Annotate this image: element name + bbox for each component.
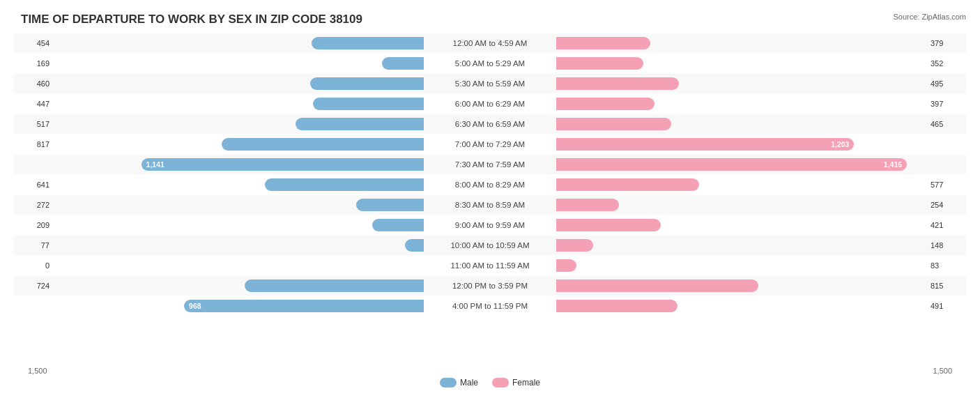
- chart-row: 1695:00 AM to 5:29 AM352: [14, 54, 966, 73]
- male-count: 447: [14, 100, 52, 108]
- male-bar: [265, 178, 424, 191]
- male-bar: 968: [184, 300, 424, 312]
- female-count: 577: [928, 181, 966, 189]
- legend-female: Female: [492, 378, 540, 388]
- male-bar: [356, 199, 424, 211]
- time-label: 10:00 AM to 10:59 AM: [424, 241, 556, 250]
- female-bar: 1,203: [556, 138, 854, 151]
- chart-row: 6418:00 AM to 8:29 AM577: [14, 175, 966, 194]
- time-label: 8:30 AM to 8:59 AM: [424, 201, 556, 209]
- time-label: 8:00 AM to 8:29 AM: [424, 181, 556, 189]
- legend-female-label: Female: [512, 378, 540, 388]
- male-bar: [382, 57, 424, 70]
- male-bar: [312, 37, 424, 49]
- male-count: 209: [14, 221, 52, 229]
- bottom-right-label: 1,500: [933, 367, 952, 375]
- male-count: 641: [14, 181, 52, 189]
- male-count: 724: [14, 282, 52, 290]
- chart-row: 72412:00 PM to 3:59 PM815: [14, 276, 966, 296]
- bottom-labels: 1,500 1,500: [14, 367, 966, 375]
- female-bar: [556, 118, 671, 130]
- female-bar: [556, 279, 758, 292]
- female-bar: [556, 259, 576, 272]
- chart-row: 5176:30 AM to 6:59 AM465: [14, 114, 966, 134]
- time-label: 5:30 AM to 5:59 AM: [424, 79, 556, 88]
- female-bar: [556, 57, 643, 70]
- male-bar: [313, 98, 424, 110]
- male-bar: 1,141: [141, 158, 424, 171]
- male-count: 77: [14, 241, 52, 250]
- time-label: 5:00 AM to 5:29 AM: [424, 59, 556, 68]
- time-label: 9:00 AM to 9:59 AM: [424, 221, 556, 229]
- female-bar: [556, 37, 650, 49]
- female-bar: [556, 178, 699, 191]
- female-bar: [556, 239, 593, 252]
- female-count: 815: [928, 282, 966, 290]
- female-bar: [556, 300, 677, 312]
- chart-area: 45412:00 AM to 4:59 AM3791695:00 AM to 5…: [14, 33, 966, 365]
- male-bar: [222, 138, 424, 151]
- chart-row: 2099:00 AM to 9:59 AM421: [14, 215, 966, 235]
- female-count: 397: [928, 100, 966, 108]
- chart-container: TIME OF DEPARTURE TO WORK BY SEX IN ZIP …: [0, 0, 980, 414]
- female-count: 148: [928, 241, 966, 250]
- female-count: 254: [928, 201, 966, 209]
- female-count: 491: [928, 302, 966, 310]
- male-count: 460: [14, 79, 52, 88]
- male-bar: [310, 77, 424, 90]
- chart-row: 1,1417:30 AM to 7:59 AM1,416: [14, 155, 966, 174]
- chart-row: 4476:00 AM to 6:29 AM397: [14, 94, 966, 114]
- female-count: 421: [928, 221, 966, 229]
- chart-row: 2728:30 AM to 8:59 AM254: [14, 195, 966, 215]
- chart-row: 8177:00 AM to 7:29 AM1,203: [14, 135, 966, 154]
- source-text: Source: ZipAtlas.com: [893, 13, 966, 21]
- male-count: 454: [14, 39, 52, 47]
- female-bar: [556, 77, 679, 90]
- female-count: 352: [928, 59, 966, 68]
- time-label: 7:30 AM to 7:59 AM: [424, 160, 556, 169]
- male-count: 817: [14, 140, 52, 148]
- male-bar: [245, 279, 424, 292]
- female-bar: [556, 98, 654, 110]
- bottom-left-label: 1,500: [28, 367, 47, 375]
- male-count: 0: [14, 261, 52, 270]
- time-label: 7:00 AM to 7:29 AM: [424, 140, 556, 148]
- male-bar: [372, 219, 424, 231]
- legend: Male Female: [14, 378, 966, 388]
- male-bar: [405, 239, 424, 252]
- time-label: 11:00 AM to 11:59 AM: [424, 261, 556, 270]
- male-count: 272: [14, 201, 52, 209]
- female-count: 495: [928, 79, 966, 88]
- female-count: 465: [928, 120, 966, 128]
- chart-row: 011:00 AM to 11:59 AM83: [14, 256, 966, 275]
- female-count: 379: [928, 39, 966, 47]
- chart-row: 4605:30 AM to 5:59 AM495: [14, 74, 966, 93]
- female-bar: 1,416: [556, 158, 907, 171]
- chart-row: 45412:00 AM to 4:59 AM379: [14, 33, 966, 53]
- legend-male-label: Male: [460, 378, 478, 388]
- female-bar: [556, 219, 661, 231]
- male-bar: [296, 118, 424, 130]
- chart-row: 7710:00 AM to 10:59 AM148: [14, 236, 966, 255]
- time-label: 6:00 AM to 6:29 AM: [424, 100, 556, 108]
- chart-row: 9684:00 PM to 11:59 PM491: [14, 296, 966, 316]
- time-label: 6:30 AM to 6:59 AM: [424, 120, 556, 128]
- legend-female-box: [492, 378, 509, 388]
- male-count: 169: [14, 59, 52, 68]
- time-label: 12:00 PM to 3:59 PM: [424, 282, 556, 290]
- legend-male: Male: [440, 378, 478, 388]
- female-count: 83: [928, 261, 966, 270]
- time-label: 12:00 AM to 4:59 AM: [424, 39, 556, 47]
- time-label: 4:00 PM to 11:59 PM: [424, 302, 556, 310]
- female-bar: [556, 199, 619, 211]
- male-count: 517: [14, 120, 52, 128]
- legend-male-box: [440, 378, 457, 388]
- chart-title: TIME OF DEPARTURE TO WORK BY SEX IN ZIP …: [14, 13, 966, 26]
